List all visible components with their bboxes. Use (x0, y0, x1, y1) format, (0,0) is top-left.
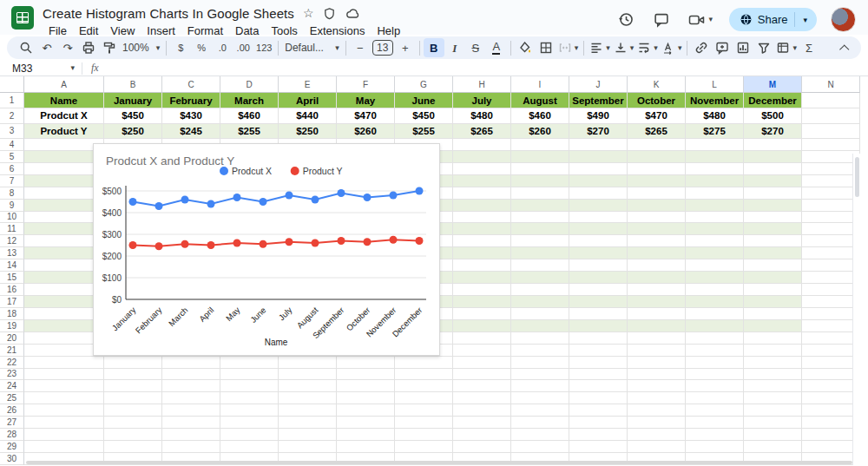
cell-M28[interactable] (744, 429, 802, 441)
column-header-I[interactable]: I (511, 76, 569, 93)
cell-K1[interactable]: October (628, 93, 686, 108)
format-currency-button[interactable]: $ (170, 38, 191, 57)
zoom-button[interactable]: 100%▾ (120, 38, 162, 57)
cell-D23[interactable] (220, 369, 279, 381)
sheets-logo-icon[interactable] (11, 6, 34, 30)
cell-H10[interactable] (453, 212, 511, 224)
cell-H24[interactable] (453, 380, 511, 392)
cell-G2[interactable]: $450 (395, 108, 453, 124)
cell-L18[interactable] (686, 308, 744, 320)
search-button[interactable] (16, 38, 36, 57)
cell-N29[interactable] (802, 441, 860, 453)
horizontal-align-button[interactable]: ▾ (588, 38, 612, 57)
cell-C23[interactable] (162, 369, 220, 381)
cell-F3[interactable]: $260 (337, 124, 395, 140)
cell-K22[interactable] (628, 357, 686, 369)
cell-K25[interactable] (628, 392, 686, 404)
cell-J13[interactable] (569, 247, 628, 259)
cell-J26[interactable] (569, 404, 628, 417)
insert-chart-button[interactable] (733, 38, 753, 57)
row-header-23[interactable]: 23 (0, 369, 24, 381)
cell-N17[interactable] (802, 296, 860, 308)
cell-H25[interactable] (453, 392, 511, 404)
cell-J20[interactable] (569, 332, 628, 345)
row-header-19[interactable]: 19 (0, 320, 24, 332)
cell-I17[interactable] (511, 296, 569, 308)
cell-K14[interactable] (628, 259, 686, 272)
cell-F24[interactable] (337, 380, 395, 392)
share-caret-icon[interactable]: ▾ (797, 16, 813, 24)
cell-H12[interactable] (453, 235, 511, 247)
cell-K21[interactable] (628, 345, 686, 357)
cell-L5[interactable] (686, 151, 744, 163)
cell-I12[interactable] (511, 235, 569, 247)
cell-C25[interactable] (162, 392, 220, 404)
cell-G26[interactable] (395, 404, 453, 417)
cell-I23[interactable] (511, 369, 569, 381)
font-family-button[interactable]: Defaul...▾ (282, 38, 342, 57)
cloud-saved-icon[interactable] (345, 6, 361, 20)
cell-L13[interactable] (686, 247, 744, 259)
cell-K3[interactable]: $265 (628, 124, 686, 140)
cell-D29[interactable] (220, 441, 279, 453)
cell-G23[interactable] (395, 369, 453, 381)
cell-N15[interactable] (802, 272, 860, 284)
row-header-22[interactable]: 22 (0, 357, 24, 369)
cell-N8[interactable] (802, 187, 860, 200)
cell-C22[interactable] (162, 357, 220, 369)
cell-I27[interactable] (511, 417, 569, 429)
text-wrap-button[interactable]: ▾ (635, 38, 660, 57)
cell-B2[interactable]: $450 (104, 108, 162, 124)
cell-I28[interactable] (511, 429, 569, 441)
cell-G22[interactable] (395, 357, 453, 369)
cell-I15[interactable] (511, 272, 569, 284)
cell-B3[interactable]: $250 (104, 124, 162, 140)
cell-L4[interactable] (686, 139, 744, 151)
cell-M13[interactable] (744, 247, 802, 259)
cell-L29[interactable] (686, 441, 744, 453)
create-filter-button[interactable] (753, 38, 774, 57)
row-header-9[interactable]: 9 (0, 200, 24, 212)
cell-C1[interactable]: February (162, 93, 220, 108)
row-header-13[interactable]: 13 (0, 247, 24, 259)
cell-M11[interactable] (744, 223, 802, 235)
cell-J9[interactable] (569, 200, 628, 212)
table-views-button[interactable]: ▾ (774, 38, 799, 57)
cell-H13[interactable] (453, 247, 511, 259)
collapse-toolbar-button[interactable] (833, 38, 854, 57)
cell-N12[interactable] (802, 235, 860, 247)
cell-H16[interactable] (453, 284, 511, 296)
column-header-G[interactable]: G (395, 76, 453, 93)
cell-K8[interactable] (628, 187, 686, 200)
cell-L8[interactable] (686, 187, 744, 200)
cell-H23[interactable] (453, 369, 511, 381)
cell-L7[interactable] (686, 175, 744, 187)
cell-J27[interactable] (569, 417, 628, 429)
cell-K10[interactable] (628, 212, 686, 224)
row-header-11[interactable]: 11 (0, 223, 24, 235)
insert-comment-button[interactable] (712, 38, 733, 57)
cell-M3[interactable]: $270 (744, 124, 802, 140)
cell-N2[interactable] (802, 108, 860, 124)
cell-H3[interactable]: $265 (453, 124, 511, 140)
cell-J18[interactable] (569, 308, 628, 320)
row-header-26[interactable]: 26 (0, 404, 24, 417)
row-header-17[interactable]: 17 (0, 296, 24, 308)
cell-J1[interactable]: September (569, 93, 628, 108)
cell-D22[interactable] (220, 357, 279, 369)
cell-M17[interactable] (744, 296, 802, 308)
cell-B24[interactable] (104, 380, 162, 392)
cell-H19[interactable] (453, 320, 511, 332)
cell-J19[interactable] (569, 320, 628, 332)
cell-K16[interactable] (628, 284, 686, 296)
cell-N11[interactable] (802, 223, 860, 235)
cell-I29[interactable] (511, 441, 569, 453)
undo-button[interactable]: ↶ (36, 38, 57, 57)
cell-L12[interactable] (686, 235, 744, 247)
menu-insert[interactable]: Insert (141, 23, 181, 38)
cell-I1[interactable]: August (511, 93, 569, 108)
cell-K20[interactable] (628, 332, 686, 345)
cell-C26[interactable] (162, 404, 220, 417)
cell-L24[interactable] (686, 380, 744, 392)
cell-H9[interactable] (453, 200, 511, 212)
